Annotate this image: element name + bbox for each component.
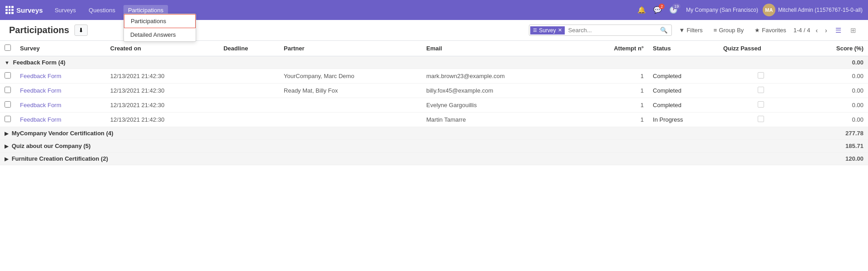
partner-cell [279, 113, 422, 127]
attempt-cell: 1 [578, 69, 648, 84]
score-cell: 0.00 [803, 84, 868, 98]
col-score: Score (%) [803, 41, 868, 56]
app-name: Surveys [16, 6, 43, 14]
nav-surveys[interactable]: Surveys [50, 5, 80, 15]
group-name: MyCompany Vendor Certification (4) [12, 130, 113, 137]
quizz-passed-cell [719, 113, 803, 127]
table-row: Feedback Form 12/13/2021 21:42:30 Evelyn… [0, 98, 868, 113]
email-cell: billy.fox45@example.com [422, 84, 578, 98]
favorites-label: Favorites [762, 27, 786, 34]
download-button[interactable]: ⬇ [74, 25, 88, 36]
groupby-label: Group By [719, 27, 744, 34]
deadline-cell [219, 113, 279, 127]
messages-badge: 2 [659, 4, 665, 9]
filters-label: Filters [686, 27, 702, 34]
group-score: 185.71 [803, 140, 868, 153]
group-name: Feedback Form (4) [13, 59, 66, 66]
partner-cell: Ready Mat, Billy Fox [279, 84, 422, 98]
search-button[interactable]: 🔍 [656, 25, 671, 35]
survey-link[interactable]: Feedback Form [20, 102, 61, 108]
email-cell: mark.brown23@example.com [422, 69, 578, 84]
group-name: Quiz about our Company (5) [12, 143, 91, 149]
row-checkbox[interactable] [5, 87, 11, 93]
survey-link[interactable]: Feedback Form [20, 73, 61, 79]
kanban-view-button[interactable]: ⊞ [848, 25, 859, 36]
search-tag-close[interactable]: ✕ [558, 27, 562, 33]
page-title: Participations [9, 25, 69, 35]
created-on-cell: 12/13/2021 21:42:30 [106, 84, 219, 98]
partner-cell: YourCompany, Marc Demo [279, 69, 422, 84]
score-cell: 0.00 [803, 113, 868, 127]
survey-link[interactable]: Feedback Form [20, 87, 61, 94]
attempt-cell: 1 [578, 84, 648, 98]
partner-cell [279, 98, 422, 113]
col-quizz-passed: Quizz Passed [719, 41, 803, 56]
search-bar: ☰ Survey ✕ 🔍 [529, 25, 671, 36]
group-name: Furniture Creation Certification (2) [12, 155, 108, 162]
group-chevron-icon: ▼ [5, 60, 10, 65]
quizz-checkbox-display [758, 101, 764, 108]
group-chevron-icon: ▶ [5, 156, 8, 162]
survey-link[interactable]: Feedback Form [20, 116, 61, 123]
star-icon: ★ [755, 27, 760, 34]
quizz-passed-cell [719, 84, 803, 98]
row-checkbox[interactable] [5, 116, 11, 122]
col-deadline: Deadline [219, 41, 279, 56]
score-cell: 0.00 [803, 69, 868, 84]
quizz-checkbox-display [758, 87, 764, 93]
pagination-info: 1-4 / 4 [794, 27, 810, 34]
search-input[interactable] [566, 25, 656, 35]
avatar: MA [763, 4, 775, 16]
search-tag-label: Survey [539, 27, 556, 34]
favorites-button[interactable]: ★ Favorites [751, 25, 789, 35]
dropdown-detailed-answers[interactable]: Detailed Answers [124, 28, 196, 41]
status-cell: In Progress [648, 113, 719, 127]
filters-button[interactable]: ▼ Filters [676, 25, 706, 35]
col-partner: Partner [279, 41, 422, 56]
user-menu[interactable]: MA Mitchell Admin (11576767-15-0-all) [763, 4, 863, 16]
table-row: Feedback Form 12/13/2021 21:42:30 Ready … [0, 84, 868, 98]
group-score: 0.00 [803, 56, 868, 69]
table-row: Feedback Form 12/13/2021 21:42:30 Martin… [0, 113, 868, 127]
group-score: 120.00 [803, 153, 868, 165]
deadline-cell [219, 69, 279, 84]
messages-icon[interactable]: 💬2 [653, 6, 662, 14]
row-checkbox[interactable] [5, 72, 11, 79]
group-row[interactable]: ▼ Feedback Form (4) 0.00 [0, 56, 868, 69]
topnav-right: 🔔 💬2 🕐19 My Company (San Francisco) MA M… [637, 4, 863, 16]
group-row[interactable]: ▶ MyCompany Vendor Certification (4) 277… [0, 127, 868, 140]
pagination-next[interactable]: › [823, 26, 829, 35]
header-actions: ⬇ [74, 25, 88, 36]
deadline-cell [219, 84, 279, 98]
col-status: Status [648, 41, 719, 56]
table-body: ▼ Feedback Form (4) 0.00 Feedback Form 1… [0, 56, 868, 165]
group-row[interactable]: ▶ Quiz about our Company (5) 185.71 [0, 140, 868, 153]
status-cell: Completed [648, 84, 719, 98]
created-on-cell: 12/13/2021 21:42:30 [106, 113, 219, 127]
score-cell: 0.00 [803, 98, 868, 113]
filter-icon: ▼ [679, 27, 685, 34]
app-logo[interactable]: Surveys [5, 6, 43, 14]
groupby-button[interactable]: ≡ Group By [710, 25, 748, 35]
col-survey: Survey [15, 41, 106, 56]
group-row[interactable]: ▶ Furniture Creation Certification (2) 1… [0, 153, 868, 165]
notification-icon[interactable]: 🔔 [637, 6, 646, 14]
table-header: Survey Created on Deadline Partner Email… [0, 41, 868, 56]
created-on-cell: 12/13/2021 21:42:30 [106, 98, 219, 113]
nav-questions[interactable]: Questions [84, 5, 120, 15]
row-checkbox[interactable] [5, 101, 11, 108]
dropdown-participations[interactable]: Participations [124, 14, 196, 28]
grid-icon [5, 6, 14, 14]
email-cell: Martin Tamarre [422, 113, 578, 127]
activities-icon[interactable]: 🕐19 [669, 6, 678, 14]
attempt-cell: 1 [578, 113, 648, 127]
table-container: Survey Created on Deadline Partner Email… [0, 41, 868, 165]
select-all-checkbox[interactable] [5, 44, 11, 51]
group-chevron-icon: ▶ [5, 131, 8, 136]
pagination-prev[interactable]: ‹ [814, 26, 820, 35]
user-name: Mitchell Admin (11576767-15-0-all) [778, 7, 863, 13]
tag-icon: ☰ [533, 28, 537, 33]
email-cell: Evelyne Gargouillis [422, 98, 578, 113]
nav-participations-wrapper: Participations Participations Detailed A… [123, 7, 168, 14]
list-view-button[interactable]: ☰ [833, 25, 844, 36]
